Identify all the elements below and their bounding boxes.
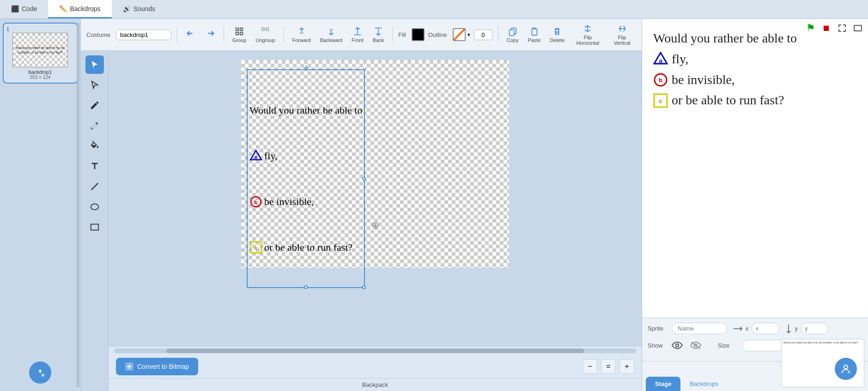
show-controls: Show xyxy=(648,338,703,353)
stage-line4-text: or be able to run fast? xyxy=(672,90,784,111)
stage-line3-row: b be invisible, xyxy=(653,70,797,90)
group-button[interactable]: Group xyxy=(230,24,249,45)
x-input[interactable] xyxy=(752,323,779,334)
outline-label: Outline xyxy=(428,31,447,38)
svg-text:+: + xyxy=(41,372,44,378)
sprite-y-coord: y xyxy=(785,323,829,334)
outline-swatch[interactable]: ▾ xyxy=(453,28,470,41)
tab-backdrops[interactable]: ✏️ Backdrops xyxy=(48,0,111,18)
outline-color-box[interactable] xyxy=(453,28,466,41)
separator-5 xyxy=(498,26,498,43)
group-label: Group xyxy=(232,37,247,43)
svg-rect-5 xyxy=(240,32,243,35)
stage-size-button[interactable] xyxy=(851,22,864,35)
show-hidden-button[interactable] xyxy=(688,338,703,353)
green-flag-icon: ⚑ xyxy=(806,22,815,34)
fill-color-box[interactable] xyxy=(412,28,425,41)
canvas-bottom-bar: Convert to Bitmap − = + xyxy=(109,355,642,378)
outline-dropdown[interactable]: ▾ xyxy=(467,32,470,38)
flip-horizontal-button[interactable]: Flip Horizontal xyxy=(571,22,604,48)
svg-text:a: a xyxy=(255,154,258,160)
canvas-hscroll[interactable] xyxy=(114,349,636,353)
fill-swatch[interactable] xyxy=(412,28,425,41)
ungroup-button[interactable]: Ungroup xyxy=(253,24,278,45)
stage-tab-area: Stage Backdrops Would you rather be able… xyxy=(642,361,868,391)
flip-vertical-button[interactable]: Flip Vertical xyxy=(608,22,636,48)
size-label: Size xyxy=(718,342,736,349)
fill-label: Fill xyxy=(398,31,406,38)
green-flag-button[interactable]: ⚑ xyxy=(804,22,817,35)
tab-sounds[interactable]: 🔊 Sounds xyxy=(112,0,166,18)
y-input[interactable] xyxy=(801,323,828,334)
tab-code[interactable]: ⬛ Code xyxy=(0,0,48,18)
svg-point-32 xyxy=(676,344,679,347)
copy-label: Copy xyxy=(507,37,519,43)
backward-button[interactable]: Backward xyxy=(317,24,345,45)
sprite-name-input[interactable] xyxy=(672,323,727,334)
separator-3 xyxy=(284,26,284,43)
tab-sounds-label: Sounds xyxy=(134,5,155,12)
delete-button[interactable]: Delete xyxy=(547,24,568,45)
scroll-bar[interactable] xyxy=(77,23,79,387)
mini-stage-text: Would you rather be able to fly, be invi… xyxy=(783,340,863,346)
svg-rect-2 xyxy=(236,28,239,30)
backdrops-icon: ✏️ xyxy=(59,5,67,12)
convert-to-bitmap-button[interactable]: Convert to Bitmap xyxy=(116,358,198,375)
back-label: Back xyxy=(373,37,384,43)
ellipse-tool[interactable] xyxy=(85,198,104,216)
toolbar: Costume Group Ungroup Forwa xyxy=(81,19,642,51)
copy-button[interactable]: Copy xyxy=(504,24,522,45)
flip-left-button[interactable] xyxy=(183,28,199,42)
resize-handle-bc[interactable] xyxy=(304,285,308,289)
separator-2 xyxy=(224,26,224,43)
eraser-tool[interactable] xyxy=(85,116,104,135)
resize-handle-br[interactable] xyxy=(362,285,366,289)
backpack-bar[interactable]: Backpack xyxy=(109,378,642,391)
back-button[interactable]: Back xyxy=(370,24,387,45)
stage-controls: ⚑ ⏹ xyxy=(804,22,864,35)
add-backdrop-button[interactable]: + xyxy=(29,361,51,384)
backdrop-item[interactable]: 1 Would you rather be able to fly, be in… xyxy=(3,23,78,84)
delete-label: Delete xyxy=(550,37,565,43)
convert-icon xyxy=(125,362,134,371)
stop-button[interactable]: ⏹ xyxy=(820,22,833,35)
stage-tab-button[interactable]: Stage xyxy=(646,377,680,391)
forward-button[interactable]: Forward xyxy=(289,24,313,45)
svg-rect-11 xyxy=(509,30,514,36)
size-input[interactable] xyxy=(742,340,783,351)
text-tool[interactable] xyxy=(85,157,104,175)
line-tool[interactable] xyxy=(85,177,104,196)
svg-rect-7 xyxy=(266,28,269,30)
pencil-tool[interactable] xyxy=(85,96,104,114)
resize-handle-mr[interactable] xyxy=(362,177,366,180)
tab-code-label: Code xyxy=(22,5,37,12)
zoom-reset-button[interactable]: = xyxy=(601,359,616,374)
costume-label: Costume xyxy=(86,31,110,38)
add-sprite-button[interactable] xyxy=(835,358,857,380)
svg-text:c: c xyxy=(255,245,257,251)
zoom-in-button[interactable]: + xyxy=(619,359,634,374)
select-tool[interactable] xyxy=(85,55,104,74)
canvas-scroll-area[interactable]: ✛ Would you rather be able to a fly xyxy=(109,51,642,347)
svg-rect-17 xyxy=(91,224,98,230)
flip-right-button[interactable] xyxy=(202,28,218,42)
reshape-tool[interactable] xyxy=(85,76,104,94)
backdrop-thumbnail: Would you rather be able to fly, be invi… xyxy=(12,33,68,67)
stage-line1: Would you rather be able to xyxy=(653,28,797,49)
svg-rect-4 xyxy=(236,32,239,35)
stage-line4-row: c or be able to run fast? xyxy=(653,90,797,111)
canvas-icon-c: c xyxy=(249,241,262,254)
svg-point-16 xyxy=(91,204,98,210)
canvas-text-box[interactable]: ✛ Would you rather be able to a fly xyxy=(247,69,365,288)
outline-width-input[interactable] xyxy=(474,30,492,40)
backpack-label: Backpack xyxy=(362,381,388,388)
backdrops-tab-button[interactable]: Backdrops xyxy=(680,377,727,391)
costume-input[interactable] xyxy=(116,30,171,40)
front-button[interactable]: Front xyxy=(349,24,366,45)
zoom-out-button[interactable]: − xyxy=(583,359,597,374)
show-visible-button[interactable] xyxy=(670,338,685,353)
paste-button[interactable]: Paste xyxy=(525,24,543,45)
rect-tool[interactable] xyxy=(85,218,104,236)
fill-tool[interactable] xyxy=(85,137,104,155)
full-screen-button[interactable] xyxy=(836,22,849,35)
